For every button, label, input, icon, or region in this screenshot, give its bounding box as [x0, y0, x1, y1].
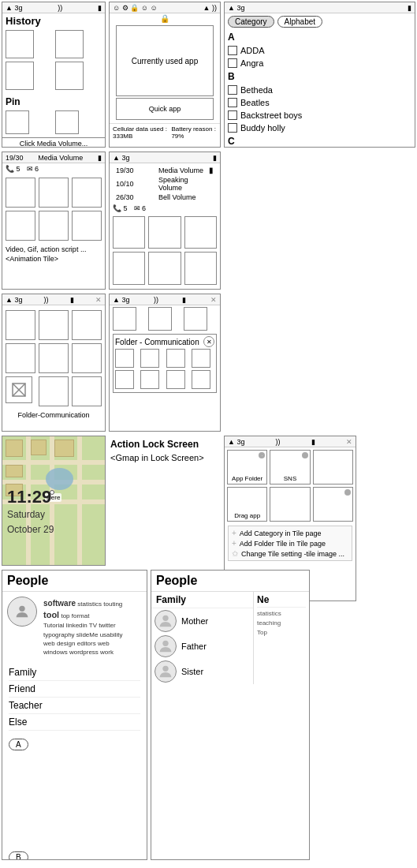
ctx-add-category[interactable]: + Add Category in Tile page [230, 528, 350, 538]
pin-tile-2[interactable] [55, 110, 79, 134]
mvd-tile-6[interactable] [184, 252, 217, 284]
people2-columns: Family Mother Father [151, 592, 309, 684]
people2-mother-row[interactable]: Mother [151, 608, 253, 634]
sister-avatar [155, 660, 177, 683]
check-angra[interactable]: Angra [225, 57, 415, 69]
ph2-battery: ▮ [182, 296, 186, 304]
action-lock-subtitle: <Gmap in Lock Screen> [109, 453, 221, 462]
folder-close-btn[interactable]: ✕ [203, 336, 214, 347]
mvs-label: Media Volume [38, 154, 83, 162]
tp-tile-app-folder[interactable]: · App Folder [227, 450, 267, 485]
folder-tile-3[interactable] [166, 349, 185, 368]
ph2-tile-2[interactable] [148, 307, 172, 331]
people2-father-row[interactable]: Father [151, 634, 253, 659]
ph1-tile-5[interactable] [39, 343, 69, 373]
folder-tile-4[interactable] [192, 349, 210, 368]
folder-tile-8[interactable] [192, 370, 210, 389]
check-beatles[interactable]: Beatles [225, 96, 415, 109]
ca-icons-right: ▲ )) [203, 4, 217, 12]
folder-title: Folder - Communication [115, 338, 199, 346]
check-buddy[interactable]: Buddy holly [225, 122, 415, 134]
ph2-tile-3[interactable] [184, 307, 207, 331]
folder-tile-7[interactable] [166, 370, 185, 389]
history-tile-3[interactable] [6, 62, 34, 90]
lock-icon-row: 🔒 [110, 13, 220, 24]
mvs-app-grid [2, 174, 105, 244]
mvd-tile-1[interactable] [113, 216, 145, 249]
checkbox-betheda[interactable] [228, 85, 237, 95]
people2-col2-sub: statisticsteachingTop [257, 608, 306, 638]
checkbox-backstreet[interactable] [228, 110, 237, 120]
ph1-tile-1[interactable] [6, 310, 35, 340]
alphabet-btn[interactable]: Alphabet [277, 16, 322, 28]
people2-sister-row[interactable]: Sister [151, 659, 253, 684]
click-media-btn[interactable]: Click Media Volume... [2, 137, 105, 148]
ph1-folder-label: Folder-Communication [2, 410, 105, 421]
check-betheda[interactable]: Betheda [225, 84, 415, 96]
mvd-status-bar: ▲ 3g ▮ [110, 152, 220, 163]
ph1-tile-2[interactable] [39, 310, 69, 340]
folder-tile-2[interactable] [140, 349, 159, 368]
tp-tile-6[interactable] [313, 487, 353, 522]
svg-point-3 [19, 606, 24, 612]
mvs-tile-4[interactable] [6, 211, 35, 241]
checkbox-beatles[interactable] [228, 98, 237, 107]
mvs-tile-1[interactable] [6, 178, 35, 208]
history-title: History [2, 13, 105, 28]
history-tile-4[interactable] [55, 62, 84, 90]
checkbox-angra[interactable] [228, 58, 237, 68]
lock-time: 11:29 [7, 487, 54, 507]
history-tile-1[interactable] [6, 30, 34, 58]
ph1-status-bar: ▲ 3g )) ▮ ✕ [2, 294, 105, 305]
checkbox-adda[interactable] [228, 46, 237, 55]
folder-tile-5[interactable] [115, 370, 134, 389]
people1-friend[interactable]: Friend [9, 681, 140, 698]
people1-avatar [7, 597, 37, 627]
ph1-tile-9[interactable] [72, 376, 102, 406]
people2-family-header: Family [151, 592, 253, 608]
ca-icons-left: ☺ ⚙ 🔒 ☺ ☺ [113, 4, 158, 12]
mvd-tile-4[interactable] [113, 252, 145, 284]
current-app-area[interactable]: Currently used app [116, 25, 214, 96]
mvd-tile-3[interactable] [184, 216, 217, 249]
folder-tile-1[interactable] [115, 349, 134, 368]
tp-tile-sns[interactable]: SNS [270, 450, 310, 485]
phone-home-1-panel: ▲ 3g )) ▮ ✕ Folder-Communication [2, 294, 106, 432]
ph1-tile-3[interactable] [72, 310, 102, 340]
tp-tile-drag[interactable]: Drag app [227, 487, 267, 522]
people1-teacher[interactable]: Teacher [9, 698, 140, 714]
history-tile-2[interactable] [55, 30, 84, 58]
people1-letter-a-btn[interactable]: A [9, 739, 28, 750]
mvs-tile-3[interactable] [72, 178, 102, 208]
ctx-change-tile[interactable]: ✩ Change Tile setting -tile image ... [230, 548, 350, 559]
ctx-add-folder[interactable]: + Add Folder Tile in Tile page [230, 538, 350, 548]
people1-family[interactable]: Family [9, 664, 140, 681]
mvs-tile-5[interactable] [39, 211, 69, 241]
tp-signal: ▲ 3g [228, 438, 244, 446]
people1-letter-b-section: B [2, 848, 147, 860]
tp-tile-3[interactable] [313, 450, 353, 485]
check-backstreet[interactable]: Backstreet boys [225, 109, 415, 122]
ph1-folder-tile[interactable] [6, 376, 32, 403]
tp-tile-5[interactable] [270, 487, 310, 522]
people1-top: software statistics touting tool top for… [2, 592, 147, 663]
category-btn[interactable]: Category [228, 16, 274, 28]
mvs-tile-2[interactable] [39, 178, 69, 208]
lock-time-display: 11:29 Saturday October 29 [7, 487, 54, 537]
mvs-tile-6[interactable] [72, 211, 102, 241]
mvd-tile-2[interactable] [148, 216, 181, 249]
people1-else[interactable]: Else [9, 714, 140, 731]
ph1-tile-6[interactable] [72, 343, 102, 373]
check-adda[interactable]: ADDA [225, 44, 415, 57]
ph1-tile-8[interactable] [39, 376, 69, 406]
history-grid-row2 [2, 60, 105, 92]
quick-app-area[interactable]: Quick app [116, 98, 214, 120]
people1-letter-b-btn[interactable]: B [9, 851, 28, 860]
checkbox-buddy[interactable] [228, 123, 237, 133]
ph2-tile-1[interactable] [113, 307, 136, 331]
folder-tile-6[interactable] [140, 370, 159, 389]
current-app-bottom: Cellular data used : 333MB Battery reaso… [110, 123, 220, 141]
mvd-tile-5[interactable] [148, 252, 181, 284]
ph1-tile-4[interactable] [6, 343, 35, 373]
pin-tile-1[interactable] [6, 110, 29, 134]
